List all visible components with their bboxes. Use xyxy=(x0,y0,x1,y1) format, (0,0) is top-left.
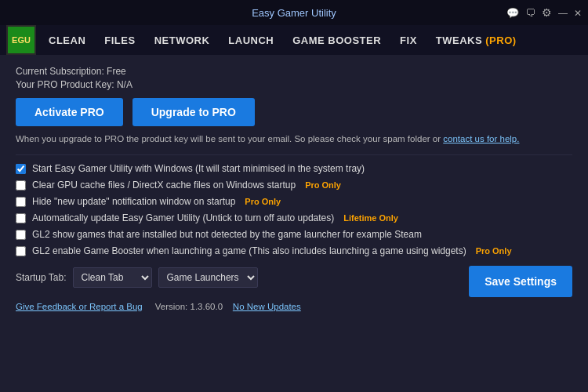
title-bar: Easy Gamer Utility xyxy=(0,0,588,25)
bubble-icon[interactable] xyxy=(525,6,535,19)
app-logo: EGU xyxy=(6,25,36,55)
checkbox-row-5: GL2 show games that are installed but no… xyxy=(16,229,572,240)
activate-pro-button[interactable]: Activate PRO xyxy=(16,98,123,126)
checkbox-row-6: GL2 enable Game Booster when launching a… xyxy=(16,245,572,256)
checkbox-label-3: Hide "new update" notification window on… xyxy=(32,196,235,207)
checkbox-label-2: Clear GPU cache files / DirectX cache fi… xyxy=(32,180,296,191)
version-text: Version: 1.3.60.0 No New Updates xyxy=(155,302,301,311)
pro-badge-2: Pro Only xyxy=(305,180,341,190)
startup-launcher-select[interactable]: Game Launchers None xyxy=(158,267,258,288)
nav-item-launch[interactable]: LAUNCH xyxy=(219,25,283,55)
settings-icon[interactable] xyxy=(542,6,552,19)
subscription-line2: Your PRO Product Key: N/A xyxy=(16,79,572,90)
startup-tab-row: Startup Tab: Clean Tab Files Tab Network… xyxy=(16,267,258,288)
feedback-link[interactable]: Give Feedback or Report a Bug xyxy=(16,302,143,311)
contact-us-link[interactable]: contact us for help. xyxy=(443,134,519,143)
subscription-line1: Current Subscription: Free xyxy=(16,66,572,77)
checkbox-gl2-booster[interactable] xyxy=(16,246,26,256)
upgrade-note: When you upgrade to PRO the product key … xyxy=(16,134,572,143)
startup-label: Startup Tab: xyxy=(16,272,67,283)
pro-badge-6: Pro Only xyxy=(476,246,512,256)
content-area: Current Subscription: Free Your PRO Prod… xyxy=(0,55,588,392)
checkbox-label-1: Start Easy Gamer Utility with Windows (I… xyxy=(32,163,365,174)
checkbox-row-2: Clear GPU cache files / DirectX cache fi… xyxy=(16,180,572,191)
checkbox-gpu-cache[interactable] xyxy=(16,180,26,191)
checkbox-auto-update[interactable] xyxy=(16,213,26,223)
nav-bar: EGU CLEAN FILES NETWORK LAUNCH GAME BOOS… xyxy=(0,25,588,55)
window-controls xyxy=(506,6,582,19)
pro-buttons-row: Activate PRO Upgrade to PRO xyxy=(16,98,572,126)
checkbox-row-3: Hide "new update" notification window on… xyxy=(16,196,572,207)
checkbox-label-6: GL2 enable Game Booster when launching a… xyxy=(32,245,466,256)
app-title: Easy Gamer Utility xyxy=(252,7,336,19)
minimize-button[interactable] xyxy=(558,6,568,19)
checkbox-startup[interactable] xyxy=(16,164,26,174)
checkbox-row-4: Automatically update Easy Gamer Utility … xyxy=(16,212,572,223)
nav-item-files[interactable]: FILES xyxy=(95,25,144,55)
nav-items: CLEAN FILES NETWORK LAUNCH GAME BOOSTER … xyxy=(39,25,582,55)
pro-badge-3: Pro Only xyxy=(245,197,281,206)
nav-item-network[interactable]: NETWORK xyxy=(145,25,220,55)
updates-link[interactable]: No New Updates xyxy=(233,302,301,311)
nav-item-tweaks[interactable]: TWEAKS (PRO) xyxy=(426,25,526,55)
upgrade-pro-button[interactable]: Upgrade to PRO xyxy=(132,98,255,126)
checkbox-label-4: Automatically update Easy Gamer Utility … xyxy=(32,212,334,223)
bottom-left: Give Feedback or Report a Bug Version: 1… xyxy=(16,302,301,311)
checkbox-gl2-show[interactable] xyxy=(16,230,26,240)
checkbox-list: Start Easy Gamer Utility with Windows (I… xyxy=(16,163,572,256)
save-settings-button[interactable]: Save Settings xyxy=(469,266,572,297)
divider xyxy=(16,154,572,155)
nav-item-fix[interactable]: FIX xyxy=(390,25,426,55)
lifetime-badge-4: Lifetime Only xyxy=(343,213,398,223)
tweaks-pro-label: (PRO) xyxy=(482,34,516,46)
nav-item-clean[interactable]: CLEAN xyxy=(39,25,95,55)
startup-tab-select[interactable]: Clean Tab Files Tab Network Tab Launch T… xyxy=(73,267,152,288)
nav-item-game-booster[interactable]: GAME BOOSTER xyxy=(283,25,390,55)
close-button[interactable] xyxy=(574,6,582,19)
checkbox-row-1: Start Easy Gamer Utility with Windows (I… xyxy=(16,163,572,174)
checkbox-hide-update[interactable] xyxy=(16,197,26,207)
checkbox-label-5: GL2 show games that are installed but no… xyxy=(32,229,422,240)
chat-icon[interactable] xyxy=(506,6,519,19)
bottom-row: Give Feedback or Report a Bug Version: 1… xyxy=(16,302,572,311)
